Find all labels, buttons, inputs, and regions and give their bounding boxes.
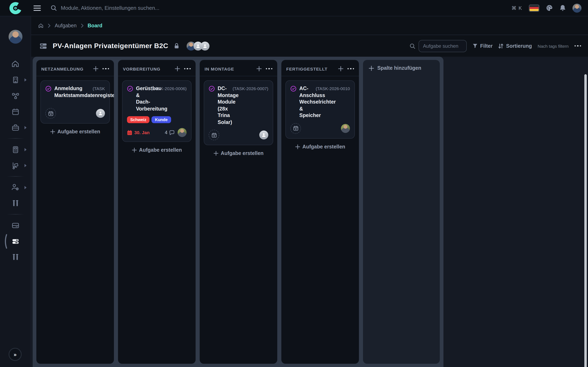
assignee-avatar[interactable] xyxy=(178,128,187,137)
column-fertiggestellt: FERTIGGESTELLT xyxy=(281,60,359,364)
filter-button[interactable]: Filter xyxy=(472,43,493,49)
add-task-icon[interactable] xyxy=(256,66,261,71)
task-title: Anmeldung Marktstammdatenregister xyxy=(54,85,90,99)
add-due-date-button[interactable] xyxy=(45,108,56,119)
sidebar-item-organization[interactable] xyxy=(0,72,31,88)
sidebar-item-home[interactable] xyxy=(0,56,31,72)
column-in-montage: IN MONTAGE xyxy=(200,60,277,364)
column-menu-button[interactable] xyxy=(102,68,109,69)
task-card[interactable]: AC-Anschluss Wechselrichter & Speicher (… xyxy=(285,80,355,138)
sidebar-item-calendar[interactable] xyxy=(0,104,31,119)
add-column-button[interactable]: Spalte hinzufügen xyxy=(369,65,434,71)
add-due-date-button[interactable] xyxy=(209,130,219,140)
global-search-input[interactable] xyxy=(61,5,232,11)
calendar-plus-icon xyxy=(293,125,298,131)
calendar-overdue-icon xyxy=(127,130,132,135)
user-gear-icon xyxy=(11,183,20,192)
sidebar-item-user-management[interactable] xyxy=(0,179,31,195)
sidebar-item-lab[interactable] xyxy=(0,195,31,211)
create-task-button[interactable]: Aufgabe erstellen xyxy=(285,138,355,155)
board-menu-button[interactable] xyxy=(574,45,581,47)
home-icon[interactable] xyxy=(38,23,44,28)
sidebar-item-finance[interactable] xyxy=(0,142,31,157)
task-card[interactable]: Anmeldung Marktstammdatenregister (TASK xyxy=(40,80,110,124)
create-task-label: Aufgabe erstellen xyxy=(302,144,345,150)
due-date[interactable]: 30. Jan xyxy=(127,130,150,135)
page-scrollbar[interactable] xyxy=(584,74,587,367)
plus-icon xyxy=(213,151,218,156)
add-task-icon[interactable] xyxy=(338,66,343,71)
check-circle-icon[interactable] xyxy=(209,86,215,92)
language-flag-icon[interactable] xyxy=(529,4,539,12)
create-task-button[interactable]: Aufgabe erstellen xyxy=(204,145,273,161)
task-title: Gerüstbau & Dach-Vorbereitung xyxy=(136,85,148,112)
create-task-button[interactable]: Aufgabe erstellen xyxy=(122,142,191,158)
assignee-avatar-placeholder[interactable] xyxy=(259,131,268,140)
check-circle-icon[interactable] xyxy=(127,86,133,92)
sidebar-item-server[interactable] xyxy=(0,217,31,233)
task-search-input[interactable] xyxy=(419,40,467,52)
chevron-right-icon xyxy=(24,78,27,82)
column-title: IN MONTAGE xyxy=(205,66,256,71)
column-netzanmeldung: NETZANMELDUNG xyxy=(36,60,114,364)
create-task-label: Aufgabe erstellen xyxy=(57,129,100,134)
sidebar-item-network[interactable] xyxy=(0,88,31,104)
lock-icon xyxy=(174,43,179,49)
column-header: IN MONTAGE xyxy=(200,60,277,76)
task-card[interactable]: DC-Montage Module (28x Trina Solar) (TAS… xyxy=(204,80,273,145)
breadcrumb: Aufgaben Board xyxy=(31,16,588,35)
sidebar-item-projects[interactable] xyxy=(0,119,31,135)
palette-icon[interactable] xyxy=(546,4,553,11)
assignee-avatar[interactable] xyxy=(341,124,350,133)
toolbar-actions: Filter Sortierung Nach tags filtern xyxy=(410,40,581,52)
chevron-right-icon xyxy=(81,24,84,27)
member-avatar-placeholder[interactable] xyxy=(200,42,209,50)
task-title: DC-Montage Module (28x Trina Solar) xyxy=(218,85,230,125)
task-card[interactable]: Gerüstbau & Dach-Vorbereitung (TASK-2026… xyxy=(122,80,191,142)
sidebar-item-board-active[interactable] xyxy=(0,233,31,249)
plus-icon xyxy=(369,66,374,71)
breadcrumb-aufgaben[interactable]: Aufgaben xyxy=(55,23,77,28)
plus-icon xyxy=(295,144,300,149)
chevron-right-icon xyxy=(48,24,51,27)
tags-filter-button[interactable]: Nach tags filtern xyxy=(537,43,569,48)
sidebar-divider xyxy=(6,176,24,176)
sidebar-item-lab-2[interactable] xyxy=(0,249,31,265)
task-id: (TASK-2026-0010 xyxy=(316,86,350,91)
task-id: (TASK-2026-0007) xyxy=(233,86,268,91)
add-due-date-button[interactable] xyxy=(290,123,301,133)
column-menu-button[interactable] xyxy=(266,68,272,69)
column-title: NETZANMELDUNG xyxy=(41,66,93,71)
add-column-panel: Spalte hinzufügen xyxy=(363,60,440,364)
plus-icon xyxy=(50,129,55,134)
bell-icon[interactable] xyxy=(559,4,566,11)
active-indicator xyxy=(4,234,7,249)
board-members[interactable] xyxy=(187,42,209,50)
user-avatar[interactable] xyxy=(572,3,581,12)
breadcrumb-board[interactable]: Board xyxy=(87,23,102,28)
check-circle-icon[interactable] xyxy=(45,86,52,92)
board-toolbar: PV-Anlagen Privateigentümer B2C xyxy=(31,35,588,57)
assignee-avatar-placeholder[interactable] xyxy=(96,109,105,118)
board-view-icon[interactable] xyxy=(40,43,47,49)
create-task-button[interactable]: Aufgabe erstellen xyxy=(40,124,110,140)
app-logo[interactable] xyxy=(0,1,31,15)
comment-count: 4 xyxy=(165,130,175,135)
menu-icon[interactable] xyxy=(31,2,43,14)
column-header: VORBEREITUNG xyxy=(118,60,196,76)
card-list: DC-Montage Module (28x Trina Solar) (TAS… xyxy=(200,76,277,161)
sort-button[interactable]: Sortierung xyxy=(498,43,532,49)
sidebar-item-logistics[interactable] xyxy=(0,157,31,173)
building-icon xyxy=(11,76,19,84)
column-menu-button[interactable] xyxy=(184,68,191,69)
profile-avatar[interactable] xyxy=(8,30,22,44)
sidebar-expand-button[interactable]: » xyxy=(9,348,22,361)
logo-gear-c-icon xyxy=(9,1,22,15)
check-circle-icon[interactable] xyxy=(290,86,296,92)
add-task-icon[interactable] xyxy=(93,66,98,71)
server-icon xyxy=(11,221,19,229)
column-menu-button[interactable] xyxy=(347,68,354,69)
add-task-icon[interactable] xyxy=(174,66,180,71)
topbar: ⌘ K xyxy=(0,0,588,16)
plus-icon xyxy=(132,148,137,152)
